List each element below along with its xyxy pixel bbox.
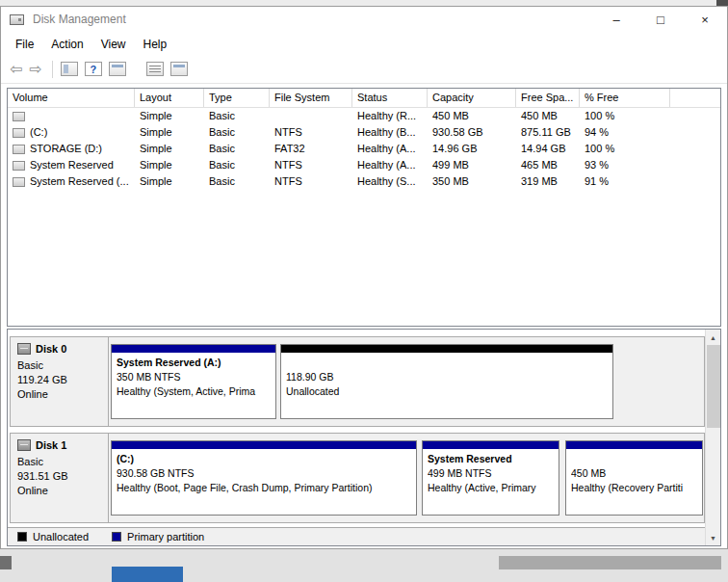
volume-row[interactable]: System Reserved (... Simple Basic NTFS H…: [8, 173, 720, 190]
column-header-status[interactable]: Status: [352, 89, 428, 107]
disk-icon: [17, 343, 31, 355]
screen: Disk Management – □ × File Action View H…: [0, 0, 728, 582]
cell-layout: Simple: [135, 124, 204, 141]
volume-row[interactable]: System Reserved Simple Basic NTFS Health…: [8, 157, 720, 173]
column-header-pct-free[interactable]: % Free: [580, 89, 670, 107]
cell-capacity: 930.58 GB: [428, 124, 516, 141]
partition-info: 118.90 GB Unallocated: [281, 353, 612, 399]
menu-view[interactable]: View: [92, 35, 135, 54]
cell-pct-free: 94 %: [580, 124, 670, 141]
cell-type: Basic: [204, 108, 270, 124]
cell-file-system: NTFS: [270, 173, 352, 190]
menu-file[interactable]: File: [7, 35, 42, 54]
partition-system-reserved-a[interactable]: System Reserved (A:) 350 MB NTFS Healthy…: [111, 344, 276, 419]
properties-icon[interactable]: [146, 62, 164, 76]
volume-list-pane: Volume Layout Type File System Status Ca…: [7, 88, 721, 327]
scroll-up-icon[interactable]: ▲: [706, 330, 720, 345]
close-button[interactable]: ×: [683, 7, 727, 32]
cell-capacity: 450 MB: [428, 108, 516, 124]
background-window-fragment: [499, 556, 721, 569]
disk-kind: Basic: [17, 455, 108, 469]
partition-title: (C:): [117, 452, 411, 466]
disk-management-window: Disk Management – □ × File Action View H…: [0, 6, 728, 549]
volume-row[interactable]: STORAGE (D:) Simple Basic FAT32 Healthy …: [8, 141, 720, 157]
column-header-capacity[interactable]: Capacity: [428, 89, 516, 107]
menu-help[interactable]: Help: [135, 35, 176, 54]
cell-pct-free: 100 %: [580, 108, 670, 124]
disk-0-info[interactable]: Disk 0 Basic 119.24 GB Online: [11, 337, 109, 426]
volume-icon: [13, 145, 25, 154]
disk-0-row: Disk 0 Basic 119.24 GB Online System Res…: [10, 336, 705, 427]
action-pane-icon[interactable]: [109, 62, 126, 76]
disk-1-info[interactable]: Disk 1 Basic 931.51 GB Online: [11, 434, 109, 522]
partition-size: 499 MB NTFS: [428, 466, 554, 481]
legend-item-primary-partition: Primary partition: [112, 531, 204, 542]
legend-label: Primary partition: [127, 531, 204, 542]
cell-type: Basic: [204, 141, 270, 157]
cell-capacity: 499 MB: [428, 157, 516, 173]
column-header-free-space[interactable]: Free Spa...: [516, 89, 580, 107]
cell-type: Basic: [204, 157, 270, 173]
maximize-button[interactable]: □: [638, 7, 683, 32]
partition-color-bar: [112, 441, 416, 449]
partition-info: System Reserved (A:) 350 MB NTFS Healthy…: [112, 353, 275, 399]
cell-volume: [8, 108, 135, 124]
partition-recovery[interactable]: 450 MB Healthy (Recovery Partiti: [565, 440, 703, 516]
legend-label: Unallocated: [33, 531, 89, 542]
disk-status: Online: [17, 484, 108, 498]
menu-action[interactable]: Action: [42, 35, 91, 54]
scrollbar-thumb[interactable]: [707, 345, 720, 428]
partition-status: Healthy (Boot, Page File, Crash Dump, Pr…: [117, 481, 411, 495]
volume-icon: [13, 177, 25, 187]
disk-1-row: Disk 1 Basic 931.51 GB Online (C:) 930.5…: [10, 433, 705, 523]
cell-free-space: 875.11 GB: [516, 124, 580, 141]
cell-pct-free: 91 %: [580, 173, 670, 190]
partition-unallocated[interactable]: 118.90 GB Unallocated: [280, 344, 613, 419]
partition-status: Unallocated: [286, 384, 608, 399]
partition-size: 930.58 GB NTFS: [117, 466, 411, 481]
cell-layout: Simple: [135, 157, 204, 173]
console-tree-icon[interactable]: [61, 62, 78, 76]
partition-system-reserved[interactable]: System Reserved 499 MB NTFS Healthy (Act…: [422, 440, 559, 516]
volume-name: System Reserved: [30, 157, 114, 173]
disk-size: 119.24 GB: [17, 373, 108, 387]
scroll-down-icon[interactable]: ▼: [706, 530, 720, 545]
partition-color-bar: [112, 345, 275, 353]
partition-c-drive[interactable]: (C:) 930.58 GB NTFS Healthy (Boot, Page …: [111, 440, 417, 516]
column-header-file-system[interactable]: File System: [270, 89, 352, 107]
disk-size: 931.51 GB: [17, 469, 108, 484]
partition-color-bar: [566, 441, 702, 449]
disk-icon: [17, 439, 31, 451]
volume-icon: [13, 128, 25, 138]
column-header-filler: [670, 89, 720, 107]
column-header-volume[interactable]: Volume: [8, 89, 135, 107]
title-bar[interactable]: Disk Management – □ ×: [1, 7, 727, 32]
disk-name: Disk 1: [36, 439, 66, 451]
cell-free-space: 465 MB: [516, 157, 580, 173]
cell-pct-free: 93 %: [580, 157, 670, 173]
cell-volume: STORAGE (D:): [8, 141, 135, 157]
partition-color-bar: [423, 441, 559, 449]
volume-name: System Reserved (...: [30, 173, 129, 190]
volume-row[interactable]: (C:) Simple Basic NTFS Healthy (B... 930…: [8, 124, 720, 141]
partition-size: 350 MB NTFS: [117, 370, 271, 384]
display-options-icon[interactable]: [170, 62, 188, 76]
vertical-scrollbar[interactable]: ▲ ▼: [705, 330, 720, 545]
cell-status: Healthy (A...: [352, 141, 428, 157]
help-icon[interactable]: ?: [85, 62, 102, 76]
app-icon: [10, 14, 24, 25]
partition-title: System Reserved (A:): [117, 356, 271, 370]
disk-1-partitions: (C:) 930.58 GB NTFS Healthy (Boot, Page …: [109, 434, 704, 522]
cell-type: Basic: [204, 173, 270, 190]
partition-title: [286, 356, 608, 370]
forward-icon[interactable]: ⇨: [29, 62, 41, 77]
volume-row[interactable]: Simple Basic Healthy (R... 450 MB 450 MB…: [8, 108, 720, 124]
back-icon[interactable]: ⇦: [10, 62, 22, 77]
column-header-type[interactable]: Type: [204, 89, 270, 107]
volume-name: STORAGE (D:): [30, 141, 102, 157]
cell-layout: Simple: [135, 108, 204, 124]
column-header-layout[interactable]: Layout: [135, 89, 204, 107]
minimize-button[interactable]: –: [594, 7, 638, 32]
primary-partition-swatch: [112, 532, 121, 542]
volume-icon: [13, 112, 25, 121]
